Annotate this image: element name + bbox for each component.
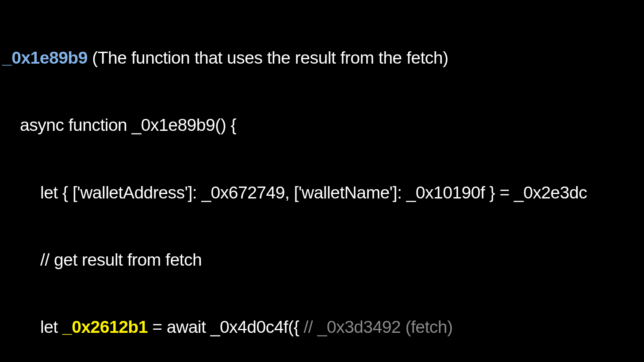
function-name-title: _0x1e89b9 (2, 48, 88, 67)
code-block: _0x1e89b9 (The function that uses the re… (2, 2, 644, 362)
code-text: = await _0x4d0c4f({ (148, 317, 304, 336)
title-description: (The function that uses the result from … (88, 48, 448, 67)
code-line-comment: // get result from fetch (2, 249, 644, 271)
code-line: let { ['walletAddress']: _0x672749, ['wa… (2, 182, 644, 204)
title-line: _0x1e89b9 (The function that uses the re… (2, 47, 644, 69)
code-line: let _0x2612b1 = await _0x4d0c4f({ // _0x… (2, 316, 644, 339)
highlighted-var: _0x2612b1 (62, 317, 148, 336)
code-line: async function _0x1e89b9() { (2, 114, 644, 137)
inline-comment: // _0x3d3492 (fetch) (304, 317, 453, 336)
code-text: let (40, 317, 62, 336)
